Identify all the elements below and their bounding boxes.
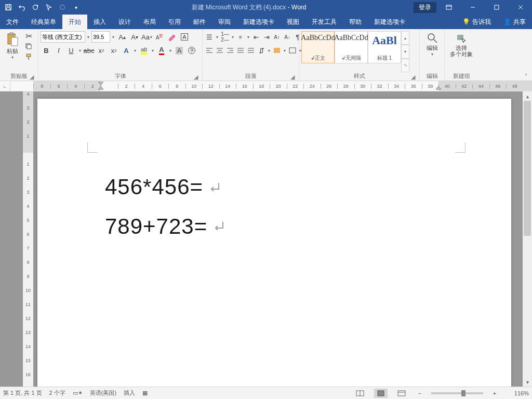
highlight-caret-icon[interactable]: ▾ <box>151 48 155 53</box>
numbering-icon[interactable]: 1—2— <box>220 31 230 43</box>
dec-indent-icon[interactable]: ⇤ <box>251 31 261 43</box>
text-direction-icon[interactable]: A↕ <box>272 31 282 43</box>
tab-tellme[interactable]: 💡告诉我 <box>456 15 497 29</box>
tab-mailings[interactable]: 邮件 <box>187 15 212 29</box>
align-center-icon[interactable] <box>215 45 224 56</box>
zoom-slider[interactable] <box>431 392 483 394</box>
font-name-caret-icon[interactable]: ▾ <box>86 35 90 39</box>
cut-icon[interactable]: ✂ <box>23 31 34 41</box>
font-name-combo[interactable]: 等线 (西文正文) <box>41 31 85 43</box>
tab-view[interactable]: 视图 <box>281 15 305 29</box>
tab-help[interactable]: 帮助 <box>343 15 368 29</box>
bold-button[interactable]: B <box>41 45 52 56</box>
ruler-track[interactable]: 8642246810121416182022242628303234363840… <box>33 81 532 91</box>
line-spacing-caret-icon[interactable]: ▾ <box>267 48 271 53</box>
phonetic-guide-icon[interactable]: A変 <box>154 31 165 43</box>
styles-dialog-icon[interactable]: ◢ <box>410 74 416 80</box>
font-size-combo[interactable]: 39.5 <box>91 31 110 43</box>
login-button[interactable]: 登录 <box>414 2 436 13</box>
scroll-down-icon[interactable]: ▾ <box>523 377 532 387</box>
style-nospacing[interactable]: AaBbCcDd↲无间隔 <box>335 31 368 63</box>
tab-references[interactable]: 引用 <box>162 15 187 29</box>
line-spacing-icon[interactable]: ⇵ <box>257 45 266 56</box>
maximize-icon[interactable] <box>485 0 508 15</box>
edit-button[interactable]: 编辑 ▾ <box>422 30 442 57</box>
collapse-ribbon-icon[interactable]: ˄ <box>522 72 530 79</box>
format-painter-icon[interactable] <box>23 52 34 61</box>
tab-newtab2[interactable]: 新建选项卡 <box>368 15 411 29</box>
text-line[interactable]: 456*456= <box>105 167 226 207</box>
char-shading-icon[interactable]: A <box>174 45 185 56</box>
tab-insert[interactable]: 插入 <box>87 15 112 29</box>
multilevel-caret-icon[interactable]: ▾ <box>246 35 250 39</box>
status-mode[interactable]: 插入 <box>124 389 135 397</box>
borders-icon[interactable] <box>288 45 297 56</box>
underline-button[interactable]: U <box>65 45 77 56</box>
status-page[interactable]: 第 1 页, 共 1 页 <box>3 389 42 397</box>
status-lang[interactable]: 英语(美国) <box>90 389 116 397</box>
close-icon[interactable] <box>509 0 532 15</box>
underline-caret-icon[interactable]: ▾ <box>78 48 82 53</box>
tab-selector-icon[interactable]: ∟ <box>0 81 10 91</box>
shading-icon[interactable] <box>272 45 282 56</box>
zoom-percent[interactable]: 116% <box>506 390 529 396</box>
char-border-icon[interactable]: A <box>179 31 190 43</box>
view-print-icon[interactable] <box>374 389 388 398</box>
touch-mode-icon[interactable] <box>43 1 55 14</box>
shrink-font-icon[interactable]: A▾ <box>129 31 140 43</box>
copy-icon[interactable] <box>23 42 34 51</box>
zoom-out-icon[interactable]: − <box>416 390 424 396</box>
text-effects-caret-icon[interactable]: ▾ <box>133 48 137 53</box>
change-case-icon[interactable]: Aa▾ <box>141 31 153 43</box>
tab-layout[interactable]: 布局 <box>137 15 162 29</box>
view-web-icon[interactable] <box>395 389 408 398</box>
right-indent-icon[interactable] <box>436 86 441 91</box>
bullets-icon[interactable]: ☰ <box>205 31 214 43</box>
tab-design[interactable]: 设计 <box>112 15 137 29</box>
paragraph-dialog-icon[interactable]: ◢ <box>289 74 296 80</box>
style-heading1[interactable]: AaBl标题 1 <box>368 31 401 63</box>
status-words[interactable]: 2 个字 <box>49 389 65 397</box>
scroll-up-icon[interactable]: ▴ <box>523 91 532 101</box>
tab-classic[interactable]: 经典菜单 <box>25 15 62 29</box>
align-left-icon[interactable] <box>205 45 214 56</box>
grow-font-icon[interactable]: A▴ <box>116 31 128 43</box>
styles-down-icon[interactable]: ▾ <box>401 45 409 58</box>
style-normal[interactable]: AaBbCcDd↲正文 <box>301 31 335 63</box>
inc-indent-icon[interactable]: ⇥ <box>262 31 271 43</box>
italic-button[interactable]: I <box>53 45 64 56</box>
distribute-icon[interactable] <box>246 45 256 56</box>
scroll-thumb[interactable] <box>524 101 531 236</box>
zoom-handle[interactable] <box>461 390 466 396</box>
view-read-icon[interactable] <box>353 389 367 398</box>
tab-newtab1[interactable]: 新建选项卡 <box>237 15 281 29</box>
font-color-caret-icon[interactable]: ▾ <box>168 48 172 53</box>
tab-developer[interactable]: 开发工具 <box>305 15 343 29</box>
highlight-icon[interactable]: ab <box>138 45 150 56</box>
tab-home[interactable]: 开始 <box>62 15 87 29</box>
font-color-icon[interactable]: A <box>156 45 167 56</box>
multilevel-icon[interactable]: ≡ <box>236 31 245 43</box>
text-line[interactable]: 789+723= <box>105 207 226 246</box>
clipboard-dialog-icon[interactable]: ◢ <box>29 74 35 80</box>
font-size-caret-icon[interactable]: ▾ <box>111 35 115 39</box>
tab-review[interactable]: 审阅 <box>212 15 237 29</box>
align-right-icon[interactable] <box>225 45 235 56</box>
text-effects-icon[interactable]: A <box>121 45 132 56</box>
undo-icon[interactable] <box>16 1 28 14</box>
numbering-caret-icon[interactable]: ▾ <box>231 35 235 39</box>
sort-icon[interactable]: A↓ <box>283 31 292 43</box>
enclose-char-icon[interactable]: 字 <box>186 45 197 56</box>
save-icon[interactable] <box>2 1 15 14</box>
select-objects-button[interactable]: 选择多个对象 <box>447 30 476 57</box>
font-dialog-icon[interactable]: ◢ <box>193 74 199 80</box>
strikethrough-button[interactable]: abc <box>83 45 95 56</box>
minimize-icon[interactable] <box>461 0 484 15</box>
shading-caret-icon[interactable]: ▾ <box>283 48 287 53</box>
document-content[interactable]: 456*456= 789+723= <box>105 167 226 246</box>
tab-share[interactable]: 👤共享 <box>497 15 532 29</box>
ribbon-display-icon[interactable] <box>437 0 460 15</box>
zoom-in-icon[interactable]: + <box>490 390 499 396</box>
styles-more-icon[interactable]: ⤡ <box>401 59 409 72</box>
tab-file[interactable]: 文件 <box>0 15 25 29</box>
